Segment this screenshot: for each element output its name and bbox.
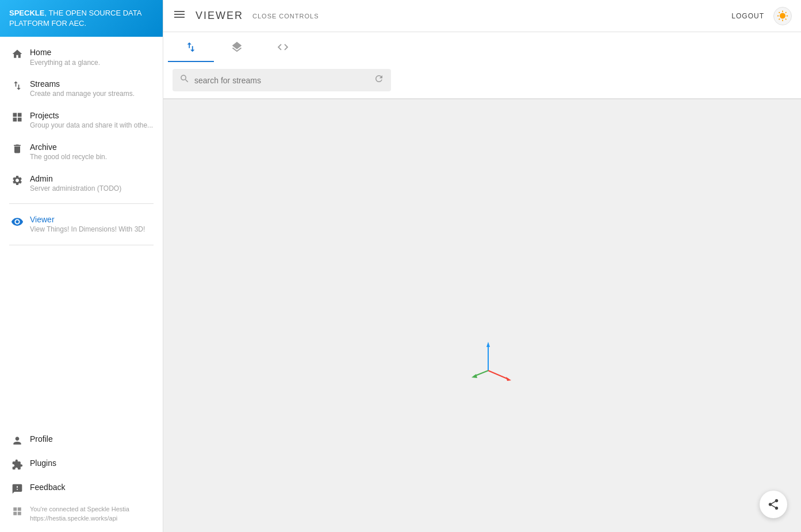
sidebar-divider-1 xyxy=(9,203,154,204)
sidebar-item-feedback[interactable]: Feedback xyxy=(0,476,163,500)
feedback-icon xyxy=(9,483,25,495)
sidebar-item-projects-title: Projects xyxy=(30,110,153,121)
tab-streams[interactable] xyxy=(168,32,214,62)
profile-icon xyxy=(9,435,25,446)
viewer-canvas xyxy=(163,99,801,532)
theme-toggle-button[interactable] xyxy=(773,7,792,25)
sidebar-item-streams-subtitle: Create and manage your streams. xyxy=(30,90,135,99)
tab-layers[interactable] xyxy=(214,32,260,62)
archive-icon xyxy=(9,143,25,155)
main-content: VIEWER CLOSE CONTROLS LOGOUT xyxy=(163,0,801,532)
topbar-title: VIEWER xyxy=(196,10,243,22)
sidebar-item-plugins-title: Plugins xyxy=(30,458,56,468)
brand-name: SPECKLE xyxy=(9,9,44,17)
close-controls-button[interactable]: CLOSE CONTROLS xyxy=(252,13,319,20)
connection-line2: https://hestia.speckle.works/api xyxy=(30,514,129,523)
admin-icon xyxy=(9,175,25,186)
menu-icon[interactable] xyxy=(173,7,186,25)
viewer-icon xyxy=(9,215,25,228)
svg-marker-5 xyxy=(472,374,477,378)
sidebar-bottom: Profile Plugins Feedback xyxy=(0,423,163,532)
viewer-tabs xyxy=(163,32,801,62)
logout-button[interactable]: LOGOUT xyxy=(731,12,764,20)
streams-icon xyxy=(9,80,25,91)
search-panel xyxy=(163,62,801,99)
sidebar-item-archive-subtitle: The good old recycle bin. xyxy=(30,153,107,162)
projects-icon xyxy=(9,111,25,123)
svg-marker-3 xyxy=(506,377,511,381)
share-button[interactable] xyxy=(760,491,787,518)
sidebar-connection: You're connected at Speckle Hestia https… xyxy=(0,500,163,530)
sidebar-item-projects-subtitle: Group your data and share it with othe..… xyxy=(30,121,153,130)
connection-line1: You're connected at Speckle Hestia xyxy=(30,505,129,514)
connection-icon xyxy=(9,506,25,516)
search-box xyxy=(173,69,391,91)
sidebar-item-streams[interactable]: Streams Create and manage your streams. xyxy=(0,73,163,105)
refresh-icon[interactable] xyxy=(374,74,384,87)
sidebar-divider-2 xyxy=(9,245,154,245)
sidebar-nav: Home Everything at a glance. Streams Cre… xyxy=(0,37,163,423)
sidebar-item-profile[interactable]: Profile xyxy=(0,428,163,452)
svg-marker-1 xyxy=(486,342,490,347)
sidebar-item-archive-title: Archive xyxy=(30,142,107,152)
topbar: VIEWER CLOSE CONTROLS LOGOUT xyxy=(163,0,801,32)
sidebar: SPECKLE, THE OPEN SOURCE DATA PLATFORM F… xyxy=(0,0,163,532)
search-icon xyxy=(179,74,190,87)
sidebar-item-plugins[interactable]: Plugins xyxy=(0,452,163,476)
svg-line-2 xyxy=(488,371,508,379)
sidebar-item-archive[interactable]: Archive The good old recycle bin. xyxy=(0,136,163,168)
sidebar-item-home-title: Home xyxy=(30,47,100,57)
viewer-tabs-panel xyxy=(163,32,801,99)
sidebar-item-admin-subtitle: Server administration (TODO) xyxy=(30,184,121,194)
sidebar-item-viewer-subtitle: View Things! In Dimensions! With 3D! xyxy=(30,225,145,234)
sidebar-item-profile-title: Profile xyxy=(30,434,53,444)
tab-code[interactable] xyxy=(260,32,306,62)
3d-axis xyxy=(471,339,517,385)
sidebar-item-admin-title: Admin xyxy=(30,174,121,184)
plugins-icon xyxy=(9,459,25,471)
sidebar-item-admin[interactable]: Admin Server administration (TODO) xyxy=(0,168,163,199)
sidebar-item-viewer-title: Viewer xyxy=(30,214,145,225)
sidebar-item-viewer[interactable]: Viewer View Things! In Dimensions! With … xyxy=(0,209,163,240)
viewer-container xyxy=(163,32,801,532)
sidebar-item-projects[interactable]: Projects Group your data and share it wi… xyxy=(0,105,163,136)
home-icon xyxy=(9,48,25,60)
search-input[interactable] xyxy=(194,76,369,85)
sidebar-item-streams-title: Streams xyxy=(30,79,135,89)
sidebar-item-home[interactable]: Home Everything at a glance. xyxy=(0,41,163,73)
sidebar-item-feedback-title: Feedback xyxy=(30,482,65,492)
sidebar-header: SPECKLE, THE OPEN SOURCE DATA PLATFORM F… xyxy=(0,0,163,37)
sidebar-item-home-subtitle: Everything at a glance. xyxy=(30,59,100,68)
